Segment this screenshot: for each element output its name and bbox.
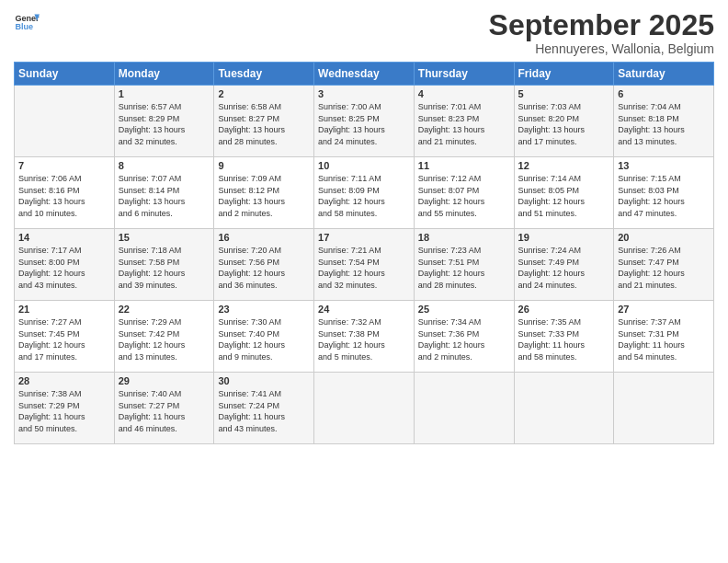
day-number: 7 xyxy=(18,160,110,171)
day-number: 17 xyxy=(318,232,410,243)
day-cell: 2Sunrise: 6:58 AM Sunset: 8:27 PM Daylig… xyxy=(214,86,314,157)
day-cell: 4Sunrise: 7:01 AM Sunset: 8:23 PM Daylig… xyxy=(414,86,514,157)
day-cell: 9Sunrise: 7:09 AM Sunset: 8:12 PM Daylig… xyxy=(214,157,314,229)
day-info: Sunrise: 7:09 AM Sunset: 8:12 PM Dayligh… xyxy=(218,173,310,219)
day-cell: 14Sunrise: 7:17 AM Sunset: 8:00 PM Dayli… xyxy=(15,229,115,301)
day-cell: 10Sunrise: 7:11 AM Sunset: 8:09 PM Dayli… xyxy=(314,157,415,229)
day-cell: 12Sunrise: 7:14 AM Sunset: 8:05 PM Dayli… xyxy=(514,157,614,229)
day-number: 19 xyxy=(518,232,610,243)
col-sunday: Sunday xyxy=(15,63,115,86)
day-cell: 23Sunrise: 7:30 AM Sunset: 7:40 PM Dayli… xyxy=(214,301,314,373)
col-thursday: Thursday xyxy=(414,63,514,86)
day-cell: 26Sunrise: 7:35 AM Sunset: 7:33 PM Dayli… xyxy=(514,301,614,373)
day-info: Sunrise: 7:14 AM Sunset: 8:05 PM Dayligh… xyxy=(518,173,610,219)
month-title: September 2025 xyxy=(489,9,714,41)
page: General Blue September 2025 Hennuyeres, … xyxy=(0,0,728,563)
day-number: 25 xyxy=(418,304,510,315)
day-number: 10 xyxy=(318,160,410,171)
logo: General Blue xyxy=(14,9,40,35)
day-number: 11 xyxy=(418,160,510,171)
logo-icon: General Blue xyxy=(14,9,40,35)
week-row-0: 1Sunrise: 6:57 AM Sunset: 8:29 PM Daylig… xyxy=(15,86,714,157)
day-info: Sunrise: 7:20 AM Sunset: 7:56 PM Dayligh… xyxy=(218,245,310,291)
day-cell: 21Sunrise: 7:27 AM Sunset: 7:45 PM Dayli… xyxy=(15,301,115,373)
day-info: Sunrise: 7:32 AM Sunset: 7:38 PM Dayligh… xyxy=(318,316,410,362)
calendar-table: Sunday Monday Tuesday Wednesday Thursday… xyxy=(14,62,714,444)
day-number: 15 xyxy=(119,232,210,243)
day-number: 14 xyxy=(18,232,110,243)
day-cell: 17Sunrise: 7:21 AM Sunset: 7:54 PM Dayli… xyxy=(314,229,415,301)
day-info: Sunrise: 7:11 AM Sunset: 8:09 PM Dayligh… xyxy=(318,173,410,219)
day-cell: 8Sunrise: 7:07 AM Sunset: 8:14 PM Daylig… xyxy=(114,157,214,229)
day-cell: 15Sunrise: 7:18 AM Sunset: 7:58 PM Dayli… xyxy=(114,229,214,301)
day-cell: 25Sunrise: 7:34 AM Sunset: 7:36 PM Dayli… xyxy=(414,301,514,373)
header-row: Sunday Monday Tuesday Wednesday Thursday… xyxy=(15,63,714,86)
day-cell: 6Sunrise: 7:04 AM Sunset: 8:18 PM Daylig… xyxy=(614,86,714,157)
day-info: Sunrise: 7:23 AM Sunset: 7:51 PM Dayligh… xyxy=(418,245,510,291)
day-number: 16 xyxy=(218,232,310,243)
day-info: Sunrise: 7:00 AM Sunset: 8:25 PM Dayligh… xyxy=(318,101,410,147)
day-number: 12 xyxy=(518,160,610,171)
day-number: 28 xyxy=(18,375,110,386)
day-number: 26 xyxy=(518,304,610,315)
day-number: 4 xyxy=(418,88,510,99)
day-info: Sunrise: 7:21 AM Sunset: 7:54 PM Dayligh… xyxy=(318,245,410,291)
day-info: Sunrise: 7:40 AM Sunset: 7:27 PM Dayligh… xyxy=(119,388,210,434)
day-info: Sunrise: 7:34 AM Sunset: 7:36 PM Dayligh… xyxy=(418,316,510,362)
day-cell: 1Sunrise: 6:57 AM Sunset: 8:29 PM Daylig… xyxy=(114,86,214,157)
day-info: Sunrise: 7:26 AM Sunset: 7:47 PM Dayligh… xyxy=(618,245,710,291)
col-saturday: Saturday xyxy=(614,63,714,86)
day-number: 24 xyxy=(318,304,410,315)
day-info: Sunrise: 7:18 AM Sunset: 7:58 PM Dayligh… xyxy=(119,245,210,291)
day-info: Sunrise: 7:29 AM Sunset: 7:42 PM Dayligh… xyxy=(119,316,210,362)
day-info: Sunrise: 7:17 AM Sunset: 8:00 PM Dayligh… xyxy=(18,245,110,291)
day-cell: 3Sunrise: 7:00 AM Sunset: 8:25 PM Daylig… xyxy=(314,86,415,157)
day-info: Sunrise: 7:37 AM Sunset: 7:31 PM Dayligh… xyxy=(618,316,710,362)
day-number: 6 xyxy=(618,88,710,99)
day-info: Sunrise: 7:30 AM Sunset: 7:40 PM Dayligh… xyxy=(218,316,310,362)
day-info: Sunrise: 7:35 AM Sunset: 7:33 PM Dayligh… xyxy=(518,316,610,362)
day-info: Sunrise: 7:38 AM Sunset: 7:29 PM Dayligh… xyxy=(18,388,110,434)
svg-text:Blue: Blue xyxy=(15,22,33,31)
day-cell xyxy=(314,373,415,444)
day-number: 3 xyxy=(318,88,410,99)
day-cell: 22Sunrise: 7:29 AM Sunset: 7:42 PM Dayli… xyxy=(114,301,214,373)
day-cell xyxy=(414,373,514,444)
day-number: 22 xyxy=(119,304,210,315)
col-tuesday: Tuesday xyxy=(214,63,314,86)
header: General Blue September 2025 Hennuyeres, … xyxy=(14,9,714,56)
day-number: 1 xyxy=(119,88,210,99)
day-number: 20 xyxy=(618,232,710,243)
day-number: 13 xyxy=(618,160,710,171)
day-cell: 28Sunrise: 7:38 AM Sunset: 7:29 PM Dayli… xyxy=(15,373,115,444)
day-cell xyxy=(614,373,714,444)
day-cell: 30Sunrise: 7:41 AM Sunset: 7:24 PM Dayli… xyxy=(214,373,314,444)
day-cell: 18Sunrise: 7:23 AM Sunset: 7:51 PM Dayli… xyxy=(414,229,514,301)
day-cell xyxy=(15,86,115,157)
day-cell: 24Sunrise: 7:32 AM Sunset: 7:38 PM Dayli… xyxy=(314,301,415,373)
day-cell: 16Sunrise: 7:20 AM Sunset: 7:56 PM Dayli… xyxy=(214,229,314,301)
day-cell: 20Sunrise: 7:26 AM Sunset: 7:47 PM Dayli… xyxy=(614,229,714,301)
day-info: Sunrise: 7:12 AM Sunset: 8:07 PM Dayligh… xyxy=(418,173,510,219)
day-cell: 29Sunrise: 7:40 AM Sunset: 7:27 PM Dayli… xyxy=(114,373,214,444)
week-row-3: 21Sunrise: 7:27 AM Sunset: 7:45 PM Dayli… xyxy=(15,301,714,373)
day-number: 30 xyxy=(218,375,310,386)
day-number: 2 xyxy=(218,88,310,99)
col-friday: Friday xyxy=(514,63,614,86)
day-info: Sunrise: 7:01 AM Sunset: 8:23 PM Dayligh… xyxy=(418,101,510,147)
week-row-4: 28Sunrise: 7:38 AM Sunset: 7:29 PM Dayli… xyxy=(15,373,714,444)
day-cell xyxy=(514,373,614,444)
day-number: 5 xyxy=(518,88,610,99)
day-info: Sunrise: 7:24 AM Sunset: 7:49 PM Dayligh… xyxy=(518,245,610,291)
day-number: 18 xyxy=(418,232,510,243)
day-number: 29 xyxy=(119,375,210,386)
day-cell: 27Sunrise: 7:37 AM Sunset: 7:31 PM Dayli… xyxy=(614,301,714,373)
day-info: Sunrise: 6:57 AM Sunset: 8:29 PM Dayligh… xyxy=(119,101,210,147)
day-info: Sunrise: 6:58 AM Sunset: 8:27 PM Dayligh… xyxy=(218,101,310,147)
day-cell: 13Sunrise: 7:15 AM Sunset: 8:03 PM Dayli… xyxy=(614,157,714,229)
day-info: Sunrise: 7:06 AM Sunset: 8:16 PM Dayligh… xyxy=(18,173,110,219)
week-row-2: 14Sunrise: 7:17 AM Sunset: 8:00 PM Dayli… xyxy=(15,229,714,301)
day-info: Sunrise: 7:41 AM Sunset: 7:24 PM Dayligh… xyxy=(218,388,310,434)
day-info: Sunrise: 7:07 AM Sunset: 8:14 PM Dayligh… xyxy=(119,173,210,219)
day-info: Sunrise: 7:15 AM Sunset: 8:03 PM Dayligh… xyxy=(618,173,710,219)
